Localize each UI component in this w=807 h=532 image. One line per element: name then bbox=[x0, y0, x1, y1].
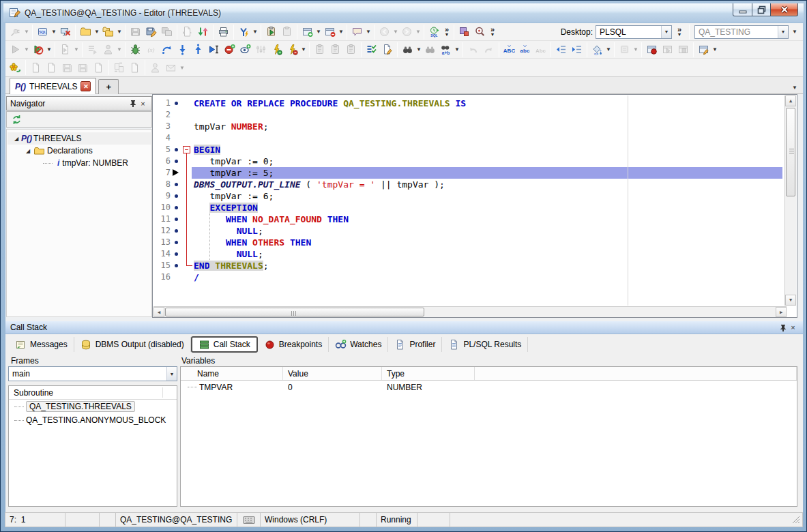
save-as-icon[interactable] bbox=[143, 24, 159, 40]
remove-data-grid-icon[interactable] bbox=[322, 24, 338, 40]
tab-call-stack[interactable]: Call Stack bbox=[191, 336, 258, 353]
minimize-button[interactable] bbox=[733, 3, 752, 16]
tree-item-threevals[interactable]: ◢P()THREEVALS bbox=[8, 132, 151, 145]
breakpoint-marker[interactable] bbox=[173, 190, 181, 202]
editor-options-icon[interactable] bbox=[696, 42, 711, 57]
execute-plsql-dropdown-icon[interactable]: ▼ bbox=[23, 46, 30, 53]
compile-without-debug-icon[interactable] bbox=[284, 42, 300, 57]
check-syntax-icon[interactable] bbox=[364, 42, 379, 57]
step-out-icon[interactable] bbox=[190, 42, 206, 57]
add-data-grid-dropdown-icon[interactable]: ▼ bbox=[315, 29, 322, 35]
run-to-cursor-icon[interactable] bbox=[206, 42, 222, 57]
new-tab-button[interactable]: + bbox=[98, 79, 119, 94]
breakpoint-marker[interactable] bbox=[173, 179, 181, 190]
team-coding-icon[interactable] bbox=[456, 24, 472, 40]
subroutine-row[interactable]: QA_TESTING.THREEVALS bbox=[9, 400, 177, 413]
connection-dropdown-icon[interactable]: ▼ bbox=[791, 29, 798, 35]
tab-messages[interactable]: Messages bbox=[9, 337, 74, 352]
chevron-down-icon[interactable]: ▼ bbox=[778, 26, 788, 38]
callstack-close-icon[interactable]: × bbox=[788, 323, 798, 333]
scroll-up-icon[interactable]: ▲ bbox=[785, 95, 796, 106]
horizontal-scroll-thumb[interactable] bbox=[165, 308, 424, 316]
variables-column-name[interactable]: Name bbox=[181, 367, 283, 380]
profile-dropdown-icon[interactable]: ▼ bbox=[116, 46, 123, 53]
tab-dbms-output-disabled-[interactable]: DBMS Output (disabled) bbox=[74, 337, 191, 352]
toolbar-overflow-button[interactable]: »▼ bbox=[442, 27, 452, 37]
close-button[interactable] bbox=[770, 3, 798, 16]
record-macro-icon[interactable] bbox=[644, 42, 660, 57]
navigator-refresh-button[interactable] bbox=[9, 112, 25, 128]
lowercase-icon[interactable]: abc bbox=[517, 42, 533, 57]
step-over-icon[interactable] bbox=[159, 42, 175, 57]
editor-tab-threevals[interactable]: P() THREEVALS ✕ bbox=[10, 78, 96, 94]
subroutine-row[interactable]: QA_TESTING.ANONYMOUS_BLOCK bbox=[9, 413, 177, 427]
tab-list-dropdown-icon[interactable]: ▼ bbox=[792, 85, 797, 91]
explain-plan-icon[interactable] bbox=[236, 24, 252, 40]
code-templates-dropdown-icon[interactable]: ▼ bbox=[365, 29, 372, 35]
step-into-icon[interactable] bbox=[175, 42, 190, 57]
syntax-highlighting-icon[interactable]: <> bbox=[589, 42, 605, 57]
add-data-grid-icon[interactable] bbox=[299, 24, 315, 40]
variables-column-type[interactable]: Type bbox=[382, 367, 475, 380]
variable-row[interactable]: TMPVAR0NUMBER bbox=[181, 381, 797, 394]
remove-data-grid-dropdown-icon[interactable]: ▼ bbox=[338, 29, 344, 35]
breakpoint-marker[interactable] bbox=[173, 156, 181, 167]
replace-icon[interactable]: a+b bbox=[438, 42, 454, 57]
open-recent-files-icon[interactable] bbox=[100, 24, 116, 40]
auto-refresh-icon[interactable] bbox=[8, 60, 23, 76]
execute-snippet-icon[interactable] bbox=[263, 24, 279, 40]
breakpoint-marker[interactable] bbox=[173, 237, 181, 248]
breakpoint-marker[interactable] bbox=[173, 248, 181, 260]
callstack-pin-icon[interactable] bbox=[778, 323, 788, 333]
chevron-down-icon[interactable]: ▼ bbox=[166, 367, 177, 381]
find-icon[interactable] bbox=[400, 42, 415, 57]
open-file-dropdown-icon[interactable]: ▼ bbox=[93, 29, 100, 35]
format-code-icon[interactable] bbox=[379, 42, 395, 57]
execute-without-debugging-dropdown-icon[interactable]: ▼ bbox=[46, 46, 53, 53]
chevron-down-icon[interactable]: ▼ bbox=[661, 26, 671, 38]
tree-expander-icon[interactable]: ◢ bbox=[13, 136, 20, 142]
new-sql-editor-icon[interactable]: SQL bbox=[35, 24, 50, 40]
tab-close-icon[interactable]: ✕ bbox=[80, 81, 91, 91]
uppercase-icon[interactable]: ABC bbox=[501, 42, 517, 57]
navigator-pin-icon[interactable] bbox=[128, 98, 138, 108]
compile-with-debug-icon[interactable] bbox=[269, 42, 284, 57]
navigator-close-icon[interactable]: × bbox=[138, 98, 148, 108]
tab-pl-sql-results[interactable]: PL/SQL Results bbox=[442, 337, 528, 352]
tree-item-tmpvar-number[interactable]: itmpVar: NUMBER bbox=[8, 157, 151, 169]
tab-breakpoints[interactable]: Breakpoints bbox=[258, 337, 329, 352]
open-file-icon[interactable] bbox=[78, 24, 93, 40]
send-document-dropdown-icon[interactable]: ▼ bbox=[179, 65, 186, 71]
breakpoint-marker[interactable] bbox=[173, 144, 181, 156]
connect-dropdown-icon[interactable]: ▼ bbox=[23, 29, 30, 35]
code-editor[interactable]: 1CREATE OR REPLACE PROCEDURE QA_TESTING.… bbox=[152, 94, 797, 318]
connection-select[interactable]: QA_TESTING▼ bbox=[694, 25, 789, 39]
variables-column-value[interactable]: Value bbox=[283, 367, 382, 380]
execute-without-debugging-icon[interactable] bbox=[30, 42, 46, 57]
sql-recall-icon[interactable]: SQL bbox=[426, 24, 442, 40]
add-watch-icon[interactable] bbox=[237, 42, 253, 57]
vertical-scroll-thumb[interactable] bbox=[786, 108, 795, 196]
navigate-forward-dropdown-icon[interactable]: ▼ bbox=[415, 29, 422, 35]
disconnect-icon[interactable] bbox=[57, 24, 73, 40]
explain-plan-dropdown-icon[interactable]: ▼ bbox=[252, 29, 259, 35]
scroll-down-icon[interactable]: ▼ bbox=[785, 295, 796, 306]
maximize-button[interactable] bbox=[752, 3, 771, 16]
editor-options-dropdown-icon[interactable]: ▼ bbox=[711, 46, 718, 53]
open-recent-files-dropdown-icon[interactable]: ▼ bbox=[116, 29, 123, 35]
frames-select[interactable]: main ▼ bbox=[8, 366, 177, 381]
indent-icon[interactable] bbox=[569, 42, 585, 57]
print-icon[interactable] bbox=[216, 24, 231, 40]
breakpoint-marker[interactable] bbox=[173, 260, 181, 271]
tab-watches[interactable]: Watches bbox=[329, 337, 388, 352]
new-sql-editor-dropdown-icon[interactable]: ▼ bbox=[50, 29, 57, 35]
toolbar-overflow-button[interactable]: »▼ bbox=[675, 27, 684, 37]
tab-profiler[interactable]: Profiler bbox=[388, 337, 442, 352]
resize-grip[interactable] bbox=[792, 516, 800, 524]
scroll-left-icon[interactable]: ◀ bbox=[153, 307, 164, 317]
scroll-right-icon[interactable]: ▶ bbox=[776, 307, 787, 317]
find-dropdown-icon[interactable]: ▼ bbox=[415, 46, 422, 53]
breakpoint-marker[interactable] bbox=[173, 213, 181, 225]
breakpoint-marker[interactable] bbox=[173, 225, 181, 237]
add-breakpoint-icon[interactable] bbox=[222, 42, 237, 57]
